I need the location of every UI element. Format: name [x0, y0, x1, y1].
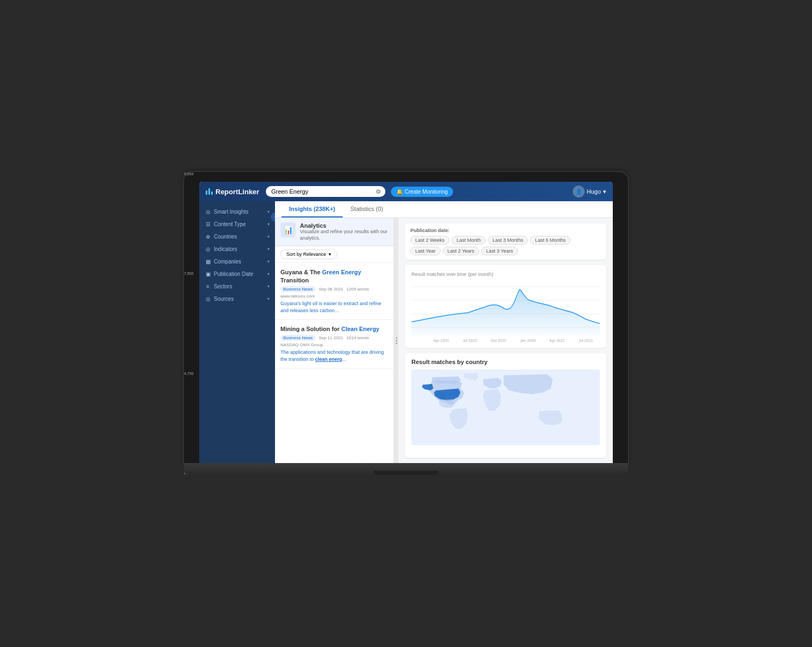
monitoring-icon: 🔔 — [396, 189, 403, 195]
chevron-down-icon: ▾ — [267, 272, 270, 276]
chevron-down-icon: ▾ — [267, 284, 270, 289]
result-item-2: Mining a Solution for Clean Energy Busin… — [275, 320, 394, 368]
date-pill-last3years[interactable]: Last 3 Years — [481, 247, 518, 255]
sort-label: Sort by Relevance — [286, 252, 326, 257]
pub-date-label: Publication date: — [410, 228, 601, 233]
result-badge-2: Business News — [280, 335, 316, 341]
right-panel: Publication date: Last 2 Weeks Last Mont… — [398, 218, 613, 463]
chart-svg-container: Apr 2000 Jul 2020 Oct 2020 Jan 2008 Apr … — [411, 281, 600, 342]
x-label-3: Oct 2020 — [491, 339, 506, 342]
result-title-2: Mining a Solution for Clean Energy — [280, 325, 388, 333]
main-layout: « ◎ Smart Insights ▾ ☰ Content Type — [199, 201, 613, 463]
content-split: 📊 Analytics Visualize and refine your re… — [275, 218, 613, 463]
result-source-2: NASDAQ OMX Group — [280, 342, 388, 347]
date-pill-lastmonth[interactable]: Last Month — [451, 236, 486, 245]
date-pill-last2years[interactable]: Last 2 Years — [443, 247, 480, 255]
countries-icon: ⊕ — [205, 234, 211, 240]
analytics-title: Analytics — [300, 222, 388, 229]
sidebar-item-label: Sectors — [214, 283, 232, 289]
user-menu[interactable]: 👤 Hugo ▾ — [573, 186, 606, 197]
chevron-down-icon: ▾ — [267, 222, 270, 227]
map-card: Result matches by country — [405, 353, 606, 458]
map-title: Result matches by country — [411, 359, 600, 365]
x-label-6: Jul 2021 — [579, 339, 593, 342]
result-date-2: Sep 11 2021 — [319, 335, 343, 340]
brand-name: ReportLinker — [215, 188, 259, 196]
tabs-bar: Insights (238K+) Statistics (0) — [275, 201, 613, 218]
sort-chevron-icon: ▾ — [329, 252, 331, 257]
analytics-description: Visualize and refine your results with o… — [300, 229, 388, 241]
sidebar-item-label: Publication Date — [214, 271, 253, 277]
sort-dropdown[interactable]: Sort by Relevance ▾ — [280, 249, 337, 259]
tab-insights[interactable]: Insights (238K+) — [281, 201, 343, 217]
date-pill-last3months[interactable]: Last 3 Months — [488, 236, 528, 245]
chevron-down-icon: ▾ — [267, 247, 270, 252]
content-area: Insights (238K+) Statistics (0) 📊 Analyt… — [275, 201, 613, 463]
sort-bar: Sort by Relevance ▾ — [275, 246, 394, 263]
chevron-down-icon: ▾ — [267, 259, 270, 264]
x-label-1: Apr 2000 — [434, 339, 449, 342]
sidebar-item-sectors[interactable]: ≡ Sectors ▾ — [199, 280, 275, 293]
chart-x-labels: Apr 2000 Jul 2020 Oct 2020 Jan 2008 Apr … — [411, 339, 600, 342]
sidebar-item-content-type[interactable]: ☰ Content Type ▾ — [199, 218, 275, 230]
date-pill-lastyear[interactable]: Last Year — [410, 247, 441, 255]
panel-divider — [394, 218, 398, 463]
sectors-icon: ≡ — [205, 283, 211, 289]
analytics-text: Analytics Visualize and refine your resu… — [300, 222, 388, 241]
user-name: Hugo — [587, 188, 601, 195]
create-monitoring-button[interactable]: 🔔 Create Monitoring — [391, 187, 453, 197]
chevron-down-icon: ▾ — [267, 296, 270, 301]
chart-area: 9,504 7,500 4,750 0,500 — [411, 281, 600, 342]
chevron-down-icon: ▾ — [267, 234, 270, 239]
x-label-4: Jan 2008 — [520, 339, 536, 342]
pub-date-filter: Publication date: Last 2 Weeks Last Mont… — [405, 223, 606, 260]
result-excerpt-2: The applications and technology that are… — [280, 349, 388, 362]
sidebar-item-label: Smart Insights — [214, 209, 248, 215]
chart-title: Result matches over time (per month) — [411, 270, 600, 277]
sidebar-item-label: Indicators — [214, 246, 237, 252]
companies-icon: ▦ — [205, 259, 211, 265]
left-panel: 📊 Analytics Visualize and refine your re… — [275, 218, 394, 463]
sidebar-item-label: Sources — [214, 296, 234, 302]
x-label-5: Apr 2021 — [549, 339, 565, 342]
chevron-down-icon: ▾ — [267, 209, 270, 214]
sidebar-item-companies[interactable]: ▦ Companies ▾ — [199, 255, 275, 268]
x-label-2: Jul 2020 — [463, 339, 477, 342]
result-source-1: www.latinvex.com — [280, 294, 388, 299]
result-words-2: 1614 words — [346, 335, 369, 340]
avatar: 👤 — [573, 186, 585, 197]
user-chevron-icon: ▾ — [603, 188, 606, 195]
analytics-banner: 📊 Analytics Visualize and refine your re… — [275, 218, 394, 246]
sidebar-item-label: Content Type — [214, 221, 246, 227]
date-pill-last2weeks[interactable]: Last 2 Weeks — [410, 236, 449, 245]
result-title-1: Guyana & The Green Energy Transition — [280, 268, 388, 284]
search-input[interactable] — [266, 186, 385, 197]
smart-insights-icon: ◎ — [205, 209, 211, 215]
result-date-1: Sep 08 2021 — [319, 287, 343, 292]
filter-icon[interactable]: ⚙ — [376, 188, 381, 195]
date-pills: Last 2 Weeks Last Month Last 3 Months La… — [410, 236, 601, 255]
sidebar-item-countries[interactable]: ⊕ Countries ▾ — [199, 230, 275, 243]
content-type-icon: ☰ — [205, 221, 211, 227]
screen-bezel: ReportLinker ⚙ 🔔 Create Monitoring 👤 Hug… — [184, 172, 628, 463]
brand-logo: ReportLinker — [206, 188, 259, 196]
sidebar-item-publication-date[interactable]: ▣ Publication Date ▾ — [199, 268, 275, 280]
sidebar: « ◎ Smart Insights ▾ ☰ Content Type — [199, 201, 275, 463]
sidebar-item-sources[interactable]: ◎ Sources ▾ — [199, 293, 275, 305]
sidebar-item-smart-insights[interactable]: ◎ Smart Insights ▾ — [199, 206, 275, 218]
result-meta-1: Business News Sep 08 2021 1209 words — [280, 286, 388, 292]
result-words-1: 1209 words — [346, 287, 369, 292]
divider-dots — [396, 337, 397, 344]
result-item-1: Guyana & The Green Energy Transition Bus… — [275, 263, 394, 320]
line-chart-svg — [411, 281, 600, 335]
bar-chart-icon — [206, 188, 213, 195]
analytics-icon: 📊 — [280, 222, 296, 237]
sidebar-item-indicators[interactable]: ◎ Indicators ▾ — [199, 243, 275, 255]
laptop-wrapper: ReportLinker ⚙ 🔔 Create Monitoring 👤 Hug… — [184, 172, 628, 475]
date-pill-last6months[interactable]: Last 6 Months — [530, 236, 571, 245]
tab-statistics[interactable]: Statistics (0) — [343, 201, 391, 217]
result-meta-2: Business News Sep 11 2021 1614 words — [280, 335, 388, 341]
laptop-base — [184, 463, 628, 475]
search-bar-container: ⚙ — [266, 186, 385, 197]
indicators-icon: ◎ — [205, 246, 211, 252]
